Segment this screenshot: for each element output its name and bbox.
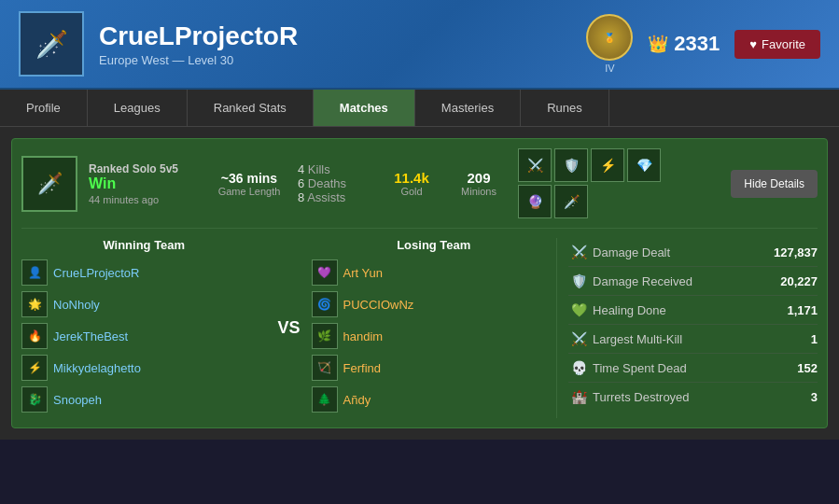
stat-value: 1	[762, 332, 818, 346]
kills-row: 4 Kills	[298, 162, 372, 176]
main-content: 🗡️ Ranked Solo 5v5 Win 44 minutes ago ~3…	[0, 127, 839, 440]
tab-matches[interactable]: Matches	[314, 90, 415, 126]
favorite-button[interactable]: ♥ Favorite	[734, 30, 820, 59]
stat-value: 1,171	[762, 303, 818, 317]
player-champ-icon: 🌟	[21, 291, 48, 317]
rank-tier: IV	[605, 63, 614, 74]
winning-player-row: 🔥 JerekTheBest	[21, 323, 267, 349]
match-info: Ranked Solo 5v5 Win 44 minutes ago	[89, 162, 201, 205]
duration-value: ~36 mins	[212, 171, 287, 186]
kda-section: 4 Kills 6 Deaths 8 Assists	[298, 162, 372, 204]
winning-player-row: 👤 CrueLProjectoR	[21, 259, 267, 286]
player-champ-icon: 🏹	[312, 355, 338, 381]
losing-player-name[interactable]: Art Yun	[343, 266, 383, 280]
player-champ-icon: 🐉	[21, 386, 48, 413]
winning-player-row: 🌟 NoNholy	[21, 291, 267, 317]
losing-team-column: Losing Team 💜 Art Yun 🌀 PUCCIOwNz 🌿 hand…	[312, 238, 557, 418]
gold-section: 11.4k Gold	[384, 170, 440, 197]
header-right: 🏅 IV 👑 2331 ♥ Favorite	[586, 14, 820, 74]
stat-icon: 💀	[568, 360, 589, 375]
losing-player-row: 🌀 PUCCIOwNz	[312, 291, 557, 317]
profile-info: CrueLProjectoR Europe West — Level 30	[99, 21, 571, 67]
heart-icon: ♥	[749, 37, 757, 51]
winning-team-column: Winning Team 👤 CrueLProjectoR 🌟 NoNholy …	[21, 238, 267, 418]
winning-player-name[interactable]: Mikkydelaghetto	[53, 361, 141, 375]
match-card: 🗡️ Ranked Solo 5v5 Win 44 minutes ago ~3…	[11, 138, 828, 428]
tab-masteries[interactable]: Masteries	[415, 90, 521, 126]
duration-label: Game Length	[212, 186, 287, 197]
tab-leagues[interactable]: Leagues	[88, 90, 188, 126]
winning-player-name[interactable]: CrueLProjectoR	[53, 266, 140, 280]
stat-icon: 💚	[568, 302, 589, 317]
rank-emblem: 🏅	[586, 14, 633, 61]
stats-panel: ⚔️ Damage Dealt 127,837 🛡️ Damage Receiv…	[556, 238, 818, 418]
winning-player-row: 🐉 Snoopeh	[21, 386, 267, 413]
player-champ-icon: 💜	[312, 259, 338, 286]
summoner-sub: Europe West — Level 30	[99, 53, 571, 67]
item-5: 🗡️	[554, 185, 588, 218]
losing-player-name[interactable]: handim	[343, 329, 384, 343]
avatar-icon: 🗡️	[35, 29, 68, 60]
items-section: ⚔️🛡️⚡💎🔮🗡️	[518, 148, 667, 218]
winning-player-name[interactable]: NoNholy	[53, 298, 100, 312]
crown-icon: 👑	[648, 34, 668, 54]
tab-profile[interactable]: Profile	[0, 90, 88, 126]
stat-row: 💀 Time Spent Dead 152	[568, 354, 818, 383]
match-time-ago: 44 minutes ago	[89, 194, 201, 205]
item-0: ⚔️	[518, 148, 552, 182]
minions-section: 209 Minions	[451, 170, 507, 197]
player-champ-icon: 🌲	[312, 386, 338, 413]
stat-name: Turrets Destroyed	[589, 390, 762, 404]
rank-badge: 🏅 IV	[586, 14, 633, 74]
stat-icon: ⚔️	[568, 331, 589, 346]
stat-row: ⚔️ Damage Dealt 127,837	[568, 238, 818, 267]
gold-value: 11.4k	[384, 170, 440, 186]
stat-name: Damage Dealt	[589, 245, 762, 259]
match-duration: ~36 mins Game Length	[212, 171, 287, 197]
winning-players-list: 👤 CrueLProjectoR 🌟 NoNholy 🔥 JerekTheBes…	[21, 259, 267, 413]
stat-row: 🛡️ Damage Received 20,227	[568, 267, 818, 296]
player-champ-icon: ⚡	[21, 355, 48, 381]
tab-runes[interactable]: Runes	[521, 90, 609, 126]
winning-player-name[interactable]: Snoopeh	[53, 393, 102, 407]
match-result: Win	[89, 175, 201, 192]
losing-player-row: 💜 Art Yun	[312, 259, 557, 286]
losing-player-name[interactable]: Añdy	[343, 393, 371, 407]
stat-row: 💚 Healing Done 1,171	[568, 296, 818, 325]
lp-box: 👑 2331	[648, 32, 720, 56]
stat-value: 20,227	[762, 274, 818, 288]
stat-icon: 🛡️	[568, 273, 589, 288]
player-champ-icon: 👤	[21, 259, 48, 286]
stat-name: Largest Multi-Kill	[589, 332, 762, 346]
stat-icon: 🏰	[568, 389, 589, 404]
losing-player-name[interactable]: Ferfind	[343, 361, 381, 375]
player-champ-icon: 🔥	[21, 323, 48, 349]
nav-bar: Profile Leagues Ranked Stats Matches Mas…	[0, 90, 839, 127]
hide-details-button[interactable]: Hide Details	[731, 170, 818, 198]
stat-icon: ⚔️	[568, 245, 589, 259]
stat-row: ⚔️ Largest Multi-Kill 1	[568, 325, 818, 354]
player-champ-icon: 🌀	[312, 291, 338, 317]
avatar: 🗡️	[19, 11, 84, 77]
tab-ranked-stats[interactable]: Ranked Stats	[188, 90, 314, 126]
champion-avatar: 🗡️	[21, 156, 77, 212]
deaths-row: 6 Deaths	[298, 176, 372, 190]
item-1: 🛡️	[554, 148, 588, 182]
losing-players-list: 💜 Art Yun 🌀 PUCCIOwNz 🌿 handim 🏹 Ferfind…	[312, 259, 557, 413]
stat-value: 152	[762, 361, 818, 375]
losing-player-row: 🏹 Ferfind	[312, 355, 557, 381]
winning-player-name[interactable]: JerekTheBest	[53, 329, 128, 343]
match-type: Ranked Solo 5v5	[89, 162, 201, 175]
lp-value: 👑 2331	[648, 32, 720, 56]
vs-label: VS	[267, 238, 312, 418]
item-4: 🔮	[518, 185, 552, 218]
minions-label: Minions	[451, 186, 507, 197]
stat-value: 127,837	[762, 245, 818, 259]
gold-label: Gold	[384, 186, 440, 197]
stat-value: 3	[762, 390, 818, 404]
losing-player-name[interactable]: PUCCIOwNz	[343, 298, 414, 312]
match-summary: 🗡️ Ranked Solo 5v5 Win 44 minutes ago ~3…	[21, 148, 818, 229]
player-champ-icon: 🌿	[312, 323, 338, 349]
teams-stats: Winning Team 👤 CrueLProjectoR 🌟 NoNholy …	[21, 238, 818, 418]
summoner-name: CrueLProjectoR	[99, 21, 571, 51]
